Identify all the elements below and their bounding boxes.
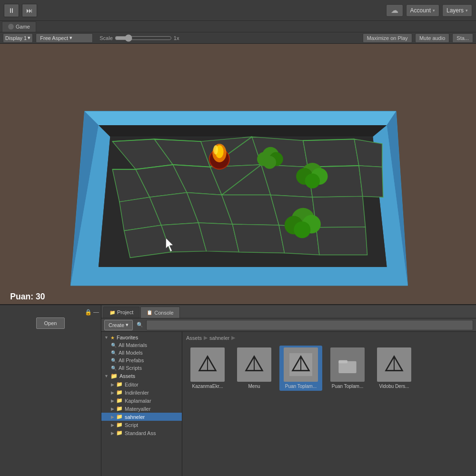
svg-marker-14 [354,139,382,167]
main-toolbar: ⏸ ⏭ ☁ Account ▾ Layers ▾ [0,0,476,21]
tree-item-all-prefabs[interactable]: 🔍 All Prefabs [101,357,182,364]
materyaller-label: Materyaller [125,406,150,412]
breadcrumb-arrow-1: ▶ [204,335,208,341]
all-models-icon: 🔍 [111,350,117,356]
project-panel: 📁 Project 📋 Console Create ▾ 🔍 [101,305,476,476]
tree-item-materyaller[interactable]: ▶ 📁 Materyaller [101,405,182,413]
aspect-label: Free Aspect [40,35,68,41]
favorites-star-icon: ★ [110,335,115,340]
svg-marker-21 [359,166,383,197]
tree-item-all-scripts[interactable]: 🔍 All Scripts [101,364,182,372]
display-select[interactable]: Display 1 ▾ [3,33,33,43]
step-button[interactable]: ⏭ [22,4,37,17]
breadcrumb-arrow-2: ▶ [231,335,235,341]
svg-rect-73 [338,360,347,364]
svg-point-50 [294,221,310,238]
scale-slider[interactable] [115,34,172,42]
svg-marker-33 [316,227,367,255]
account-arrow: ▾ [433,8,435,13]
stats-button[interactable]: Sta... [452,33,473,43]
all-scripts-label: All Scripts [119,365,142,371]
game-scene-svg: Puan: 30 [0,44,476,304]
project-toolbar: Create ▾ 🔍 [101,318,476,332]
tree-item-kaplamalar[interactable]: ▶ 📁 Kaplamalar [101,397,182,405]
svg-marker-13 [303,139,359,167]
asset-item-kazanmaekr[interactable]: KazanmaEkr... [186,346,229,391]
console-tab-label: Console [154,310,173,316]
puan-toplam-folder-thumb [330,347,365,382]
cloud-icon: ☁ [391,6,398,15]
assets-arrow: ▼ [104,374,109,378]
search-icon: 🔍 [137,322,143,328]
project-tab-label: Project [117,309,133,315]
game-tab[interactable]: Game [2,21,36,32]
kazanmaekr-label: KazanmaEkr... [192,384,223,389]
breadcrumb-sahneler: sahneler [209,335,229,341]
asset-item-puan-toplam-1[interactable]: Puan Toplam... [279,346,322,391]
bottom-area: 🔒 — Open 📁 Project 📋 Console Create ▾ 🔍 [0,304,476,476]
tree-pane: ▼ ★ Favorites 🔍 All Materials 🔍 All Mode… [101,332,182,476]
indirilenler-label: Indirilenler [125,390,149,396]
script-folder-icon: 📁 [116,422,123,428]
tree-item-script[interactable]: ▶ 📁 Script [101,421,182,429]
asset-item-menu[interactable]: Menu [233,346,276,391]
aspect-arrow: ▾ [69,35,72,41]
game-panel: Game Display 1 ▾ Free Aspect ▾ Scale 1x … [0,21,476,304]
game-controls-bar: Display 1 ▾ Free Aspect ▾ Scale 1x Maxim… [0,32,476,44]
tree-item-all-models[interactable]: 🔍 All Models [101,349,182,357]
display-label: Display 1 [5,35,27,41]
all-materials-label: All Materials [119,342,147,348]
left-panel: 🔒 — Open [0,305,101,476]
tree-item-sahneler[interactable]: ▶ 📁 sahneler [101,413,182,421]
assets-header[interactable]: ▼ 📁 Assets [101,372,182,380]
standard-assets-label: Standard Ass [125,430,156,436]
scale-area: Scale 1x [99,34,179,42]
pause-button[interactable]: ⏸ [4,4,19,17]
menu-thumb [237,347,271,382]
tree-item-indirilenler[interactable]: ▶ 📁 Indirilenler [101,388,182,397]
console-tab[interactable]: 📋 Console [140,307,179,318]
scale-value: 1x [174,35,179,41]
editor-folder-icon: 📁 [116,381,123,387]
create-arrow: ▾ [126,322,129,328]
puan-toplam-1-label: Puan Toplam... [285,384,317,389]
lock-icon-area: 🔒 — [0,309,101,316]
asset-grid: KazanmaEkr... [184,344,474,393]
aspect-select[interactable]: Free Aspect ▾ [36,33,93,43]
favorites-header[interactable]: ▼ ★ Favorites [101,334,182,341]
vidobu-ders-label: Vidobu Ders... [379,384,409,389]
favorites-section: ▼ ★ Favorites 🔍 All Materials 🔍 All Mode… [101,334,182,372]
vidobu-ders-thumb [377,347,411,382]
layers-dropdown[interactable]: Layers ▾ [442,4,472,17]
game-viewport: Puan: 30 [0,44,476,304]
tree-item-editor[interactable]: ▶ 📁 Editor [101,380,182,388]
tree-item-standard-assets[interactable]: ▶ 📁 Standard Ass [101,429,182,437]
project-tab[interactable]: 📁 Project [103,307,139,318]
assets-folder-icon: 📁 [110,373,118,379]
kaplamalar-folder-icon: 📁 [116,397,123,404]
kaplamalar-label: Kaplamalar [125,398,151,404]
game-tab-label: Game [16,24,30,30]
materyaller-folder-icon: 📁 [116,406,123,412]
cloud-button[interactable]: ☁ [386,4,403,17]
breadcrumb: Assets ▶ sahneler ▶ [184,334,474,344]
asset-item-puan-toplam-folder[interactable]: Puan Toplam... [326,346,369,391]
svg-point-38 [213,145,218,155]
create-button[interactable]: Create ▾ [104,320,133,330]
open-button[interactable]: Open [36,317,65,329]
account-dropdown[interactable]: Account ▾ [406,4,439,17]
asset-item-vidobu-ders[interactable]: Vidobu Ders... [373,346,416,391]
mute-button[interactable]: Mute audio [415,33,449,43]
menu-label: Menu [248,384,260,389]
console-tab-icon: 📋 [147,310,152,315]
maximize-button[interactable]: Maximize on Play [363,33,412,43]
favorites-arrow: ▼ [104,335,109,340]
search-input[interactable] [146,320,473,330]
breadcrumb-assets: Assets [186,335,202,341]
tree-item-all-materials[interactable]: 🔍 All Materials [101,341,182,349]
assets-label: Assets [119,373,135,379]
scale-label: Scale [99,35,113,41]
favorites-label: Favorites [117,335,138,340]
all-prefabs-label: All Prefabs [119,357,144,363]
svg-point-42 [263,156,276,169]
